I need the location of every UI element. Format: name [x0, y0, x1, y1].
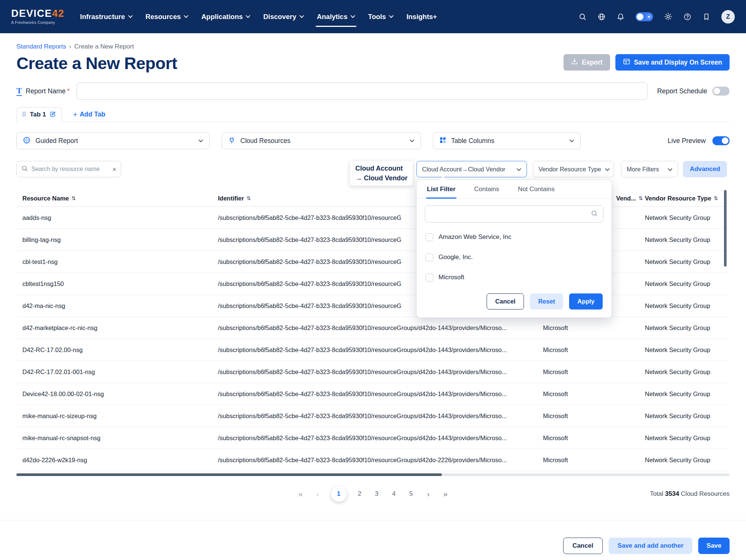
- navbar-actions: Z: [578, 10, 735, 24]
- filter-vendor-resource-type[interactable]: Vendor Resource Type: [533, 161, 614, 177]
- resource-search-input[interactable]: [31, 166, 109, 172]
- globe-icon[interactable]: [597, 13, 606, 21]
- popup-reset-button[interactable]: Reset: [530, 293, 563, 309]
- cell-type: Network Security Group: [645, 280, 730, 287]
- pagination-next-button[interactable]: ›: [424, 489, 433, 498]
- data-source-select[interactable]: Cloud Resources: [222, 132, 421, 149]
- user-avatar[interactable]: Z: [721, 10, 735, 24]
- pagination-first-button[interactable]: «: [297, 489, 305, 498]
- tab-1[interactable]: Tab 1: [16, 107, 62, 122]
- nav-item-infrastructure[interactable]: Infrastructure: [80, 10, 133, 23]
- total-value: 3534: [665, 490, 679, 497]
- filter-more-filters[interactable]: More Filters: [621, 161, 678, 177]
- pagination-page-2[interactable]: 2: [356, 490, 364, 498]
- theme-toggle[interactable]: [636, 12, 653, 21]
- cell-vendor: Microsoft: [543, 346, 616, 354]
- nav-item-label: Analytics: [317, 13, 347, 21]
- nav-item-discovery[interactable]: Discovery: [263, 10, 304, 23]
- vertical-scrollbar[interactable]: [724, 190, 727, 267]
- pagination-page-5[interactable]: 5: [407, 490, 415, 498]
- horizontal-scrollbar-thumb[interactable]: [16, 473, 442, 476]
- filter-option-google-inc[interactable]: Google, Inc.: [425, 247, 603, 267]
- checkbox[interactable]: [425, 253, 433, 261]
- nav-item-analytics[interactable]: Analytics: [317, 10, 355, 23]
- cell-identifier: /subscriptions/b6f5ab82-5cbe-4d27-b323-8…: [218, 346, 543, 354]
- nav-item-applications[interactable]: Applications: [201, 10, 250, 23]
- export-button[interactable]: Export: [564, 54, 610, 71]
- popup-search-box[interactable]: [425, 205, 603, 223]
- checkbox[interactable]: [425, 233, 433, 241]
- footer-divider: [0, 520, 746, 520]
- results-table: Resource Name⇅Identifier⇅Vend...⇅Vendor …: [16, 190, 730, 476]
- active-filter-tooltip: Cloud Account → Cloud Vendor: [350, 161, 413, 186]
- filter-option-amazon-web-service-inc[interactable]: Amazon Web Service, Inc: [425, 227, 603, 247]
- resource-search-box[interactable]: ×: [16, 161, 121, 177]
- guided-report-icon: [23, 136, 31, 146]
- drag-handle-icon[interactable]: [22, 111, 26, 118]
- nav-item-tools[interactable]: Tools: [368, 10, 394, 23]
- checkbox[interactable]: [425, 274, 433, 281]
- pagination-last-button[interactable]: »: [441, 489, 450, 498]
- cell-identifier: /subscriptions/b6f5ab82-5cbe-4d27-b323-8…: [218, 413, 543, 420]
- popup-tab-contains[interactable]: Contains: [474, 180, 500, 198]
- report-schedule-toggle[interactable]: [712, 87, 730, 96]
- filter-option-microsoft[interactable]: Microsoft: [425, 267, 603, 287]
- cell-name: D42-RC-17.02.00-nsg: [16, 346, 218, 354]
- popup-apply-button[interactable]: Apply: [569, 293, 603, 309]
- pagination: «‹12345›»: [16, 486, 730, 502]
- advanced-filters-button[interactable]: Advanced: [683, 161, 727, 177]
- breadcrumb-standard-reports-link[interactable]: Standard Reports: [16, 43, 66, 50]
- popup-search-input[interactable]: [430, 211, 587, 217]
- help-icon[interactable]: [683, 13, 692, 21]
- save-button[interactable]: Save: [698, 538, 730, 554]
- cell-identifier: /subscriptions/b6f5ab82-5cbe-4d27-b323-8…: [218, 324, 543, 332]
- cell-vendor: Microsoft: [543, 435, 616, 442]
- table-row: d42do-2226-w2k19-nsg/subscriptions/b6f5a…: [16, 449, 730, 471]
- column-header-vend_trunc[interactable]: Vend...⇅: [616, 195, 645, 202]
- cell-identifier: /subscriptions/b6f5ab82-5cbe-4d27-b323-8…: [218, 391, 543, 398]
- chevron-down-icon: [409, 137, 415, 144]
- pagination-page-4[interactable]: 4: [390, 490, 398, 498]
- nav-item-resources[interactable]: Resources: [146, 10, 189, 23]
- cell-name: d42do-2226-w2k19-nsg: [16, 457, 218, 464]
- cancel-button[interactable]: Cancel: [563, 538, 603, 554]
- pagination-prev-button[interactable]: ‹: [314, 489, 322, 498]
- cell-name: d42-marketplace-rc-nic-nsg: [16, 324, 218, 332]
- table-row: mike-manual-rc-snapsot-nsg/subscriptions…: [16, 427, 730, 449]
- chevron-down-icon: [350, 15, 355, 18]
- popup-tab-not-contains[interactable]: Not Contains: [517, 180, 555, 198]
- save-and-add-another-button[interactable]: Save and add another: [609, 538, 693, 554]
- column-header-name[interactable]: Resource Name⇅: [16, 195, 218, 202]
- download-icon: [571, 58, 578, 67]
- cell-name: D42-RC-17.02.01-001-nsg: [16, 368, 218, 376]
- clear-search-icon[interactable]: ×: [112, 166, 116, 173]
- edit-tab-icon[interactable]: [50, 111, 56, 119]
- cell-type: Network Security Group: [645, 457, 730, 464]
- report-name-input[interactable]: [77, 83, 647, 100]
- bookmark-icon[interactable]: [702, 13, 711, 21]
- add-tab-button[interactable]: + Add Tab: [73, 111, 105, 118]
- table-columns-value: Table Columns: [451, 137, 494, 145]
- settings-gear-icon[interactable]: [664, 12, 672, 21]
- device42-logo[interactable]: DEVICE42 A Freshworks Company: [11, 9, 65, 25]
- filter-cloud-account-vendor[interactable]: Cloud Account→Cloud Vendor: [416, 161, 527, 177]
- popup-cancel-button[interactable]: Cancel: [487, 293, 524, 309]
- table-columns-select[interactable]: Table Columns: [433, 132, 581, 149]
- sort-icon: ⇅: [639, 195, 643, 201]
- nav-item-insights[interactable]: Insights+: [406, 10, 437, 23]
- search-icon[interactable]: [578, 13, 587, 21]
- chevron-down-icon: [184, 15, 188, 18]
- live-preview-toggle[interactable]: [712, 136, 730, 145]
- report-type-value: Guided Report: [35, 137, 78, 145]
- total-count: Total 3534 Cloud Resources: [650, 490, 730, 498]
- nav-item-label: Resources: [146, 13, 181, 21]
- notifications-bell-icon[interactable]: [617, 13, 625, 21]
- column-header-type[interactable]: Vendor Resource Type⇅: [645, 195, 730, 202]
- popup-tab-list-filter[interactable]: List Filter: [426, 180, 456, 199]
- table-row: D42-RC-17.02.00-nsg/subscriptions/b6f5ab…: [16, 339, 730, 361]
- save-and-display-button[interactable]: Save and Display On Screen: [615, 54, 730, 71]
- report-type-select[interactable]: Guided Report: [16, 132, 210, 149]
- pagination-page-3[interactable]: 3: [373, 490, 381, 498]
- horizontal-scrollbar-track[interactable]: [16, 473, 730, 476]
- pagination-page-1[interactable]: 1: [331, 486, 347, 502]
